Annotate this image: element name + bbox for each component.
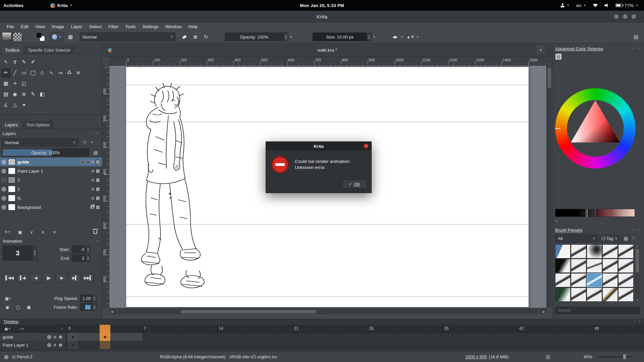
brush-preset-thumbnail[interactable] <box>618 259 634 273</box>
keyframe-cell[interactable] <box>67 341 78 349</box>
float-docker-icon[interactable]: ▫ <box>632 228 633 231</box>
activities-button[interactable]: Activities <box>0 0 27 11</box>
current-frame-spinner[interactable]: ▲▼ <box>32 246 37 260</box>
tag-button[interactable]: Tag ▼ <box>599 235 620 242</box>
skip-to-last-frame-button[interactable]: ▶▶▌ <box>82 273 94 283</box>
timeline-row-guide[interactable]: guide α <box>0 333 644 341</box>
preset-scrollbar[interactable]: ▲ ▼ <box>635 244 640 302</box>
chevron-down-icon[interactable]: ▼ <box>373 35 376 39</box>
mirror-horizontal-button[interactable]: ◀▶ <box>389 32 400 42</box>
menu-filter[interactable]: Filter <box>105 22 122 31</box>
brush-preset-thumbnail[interactable] <box>555 288 571 302</box>
tool-ellipse-icon[interactable]: ◯ <box>29 68 38 77</box>
brush-preset-thumbnail[interactable] <box>618 273 634 287</box>
toolbar-overflow-button[interactable]: ▤ <box>631 32 641 42</box>
menu-settings[interactable]: Settings <box>139 22 162 31</box>
layer-filter-button[interactable]: ▽ <box>80 138 89 146</box>
alpha-icon[interactable]: α <box>54 343 56 347</box>
keyframe-cell[interactable] <box>67 333 78 341</box>
timeline-layer-menu-button[interactable]: ▣▼ <box>2 325 13 332</box>
tool-multibrush-icon[interactable]: ⁂ <box>65 68 74 77</box>
layer-row-1[interactable]: 1 α <box>0 185 102 194</box>
history-icon[interactable]: ↻ <box>555 220 558 223</box>
layer-thumbnail[interactable] <box>8 177 15 183</box>
menu-window[interactable]: Window <box>162 22 185 31</box>
memory-usage-icon[interactable]: ▥ <box>546 354 550 359</box>
next-frame-button[interactable]: ▶ <box>56 273 68 283</box>
menu-select[interactable]: Select <box>86 22 105 31</box>
alpha-icon[interactable]: α <box>92 169 94 173</box>
layer-thumbnail[interactable] <box>8 159 15 165</box>
blending-mode-dropdown[interactable]: Normal ▼ <box>80 33 176 41</box>
close-docker-icon[interactable]: × <box>638 228 639 231</box>
dialog-titlebar[interactable]: Krita <box>266 142 371 150</box>
brush-preset-thumbnail[interactable] <box>602 259 618 273</box>
alpha-lock-icon[interactable] <box>59 335 62 339</box>
previous-keyframe-button[interactable]: ▌◀ <box>16 273 29 283</box>
chevron-down-icon[interactable]: ▼ <box>91 141 94 144</box>
frame-rate-spinbox[interactable]: 21 ▲▼ <box>80 303 97 311</box>
brush-preset-thumbnail[interactable] <box>587 244 602 258</box>
zoom-slider-handle[interactable] <box>623 354 626 359</box>
skip-to-first-frame-button[interactable]: ▌◀◀ <box>3 273 15 283</box>
menu-view[interactable]: View <box>32 22 48 31</box>
tool-text-icon[interactable]: T <box>10 58 19 67</box>
tab-specific-color-selector[interactable]: Specific Color Selector <box>24 46 74 54</box>
scroll-right-icon[interactable]: ▶ <box>543 310 545 313</box>
onion-icon[interactable] <box>86 160 90 164</box>
brush-preset-thumbnail[interactable] <box>555 244 571 258</box>
window-titlebar[interactable]: Krita <box>0 11 644 22</box>
brush-preset-thumbnail[interactable] <box>555 273 571 287</box>
play-speed-spinbox[interactable]: 1.00 ▲▼ <box>80 295 97 302</box>
tool-color-sampler-icon[interactable]: ◉ <box>10 90 19 99</box>
brush-editor-button[interactable]: ▼ <box>50 32 64 42</box>
layer-row-background[interactable]: Background <box>0 203 102 212</box>
scrollbar-thumb[interactable] <box>181 310 316 313</box>
brush-preset-thumbnail[interactable] <box>571 259 586 273</box>
timeline-ruler[interactable]: 0 7 14 21 28 35 42 49 <box>66 325 644 333</box>
mirror-vertical-button[interactable]: ▲▼ <box>405 32 416 42</box>
brush-preset-thumbnail[interactable] <box>602 273 618 287</box>
end-frame-spinbox[interactable]: 3 ▲▼ <box>72 254 91 262</box>
timeline-audio-menu-button[interactable]: ♪▼ <box>16 325 28 332</box>
eraser-mode-button[interactable] <box>180 32 189 42</box>
app-menu-button[interactable]: Krita ▼ <box>47 0 76 11</box>
ok-button[interactable]: ✔ OK <box>342 180 367 189</box>
window-minimize-button[interactable] <box>614 14 619 19</box>
choose-workspace-button[interactable]: ▦ <box>66 32 75 42</box>
tool-line-icon[interactable]: ╱ <box>10 68 19 77</box>
volume-menu[interactable] <box>601 0 612 11</box>
alpha-lock-icon[interactable] <box>96 196 100 200</box>
close-docker-icon[interactable]: × <box>639 320 641 323</box>
preset-display-icon[interactable]: ☰ <box>632 236 635 240</box>
alpha-lock-icon[interactable] <box>59 343 62 347</box>
close-docker-icon[interactable]: × <box>638 47 639 50</box>
gradient-swatch[interactable] <box>2 32 11 42</box>
menu-file[interactable]: File <box>3 22 17 31</box>
brush-preset-thumbnail[interactable] <box>555 259 571 273</box>
lock-icon[interactable] <box>91 206 94 208</box>
layer-thumbnail[interactable] <box>8 204 15 210</box>
timeline-row-frames[interactable] <box>66 333 644 341</box>
onion-skin-button[interactable]: ◉ <box>3 303 11 311</box>
zoom-value[interactable]: 80% <box>584 354 592 359</box>
layer-row-2[interactable]: 2 α <box>0 176 102 185</box>
layer-row-f1[interactable]: f1 α <box>0 194 102 203</box>
fg-bg-color-widget[interactable] <box>36 32 46 42</box>
visibility-eye-icon[interactable] <box>2 187 6 191</box>
scrollbar-thumb[interactable] <box>548 68 551 88</box>
float-docker-icon[interactable]: ▫ <box>634 320 635 323</box>
drop-frames-button[interactable]: ▣▼ <box>3 295 13 302</box>
reload-preset-button[interactable]: ↻ <box>201 32 211 42</box>
current-frame-spinbox[interactable]: 3 ▲▼ <box>3 246 38 260</box>
foreground-color-swatch[interactable] <box>36 33 42 38</box>
menu-image[interactable]: Image <box>48 22 68 31</box>
accessibility-menu[interactable]: ▼ <box>557 0 573 11</box>
shade-strip-color[interactable] <box>596 209 635 217</box>
end-frame-spinner[interactable]: ▲▼ <box>86 255 90 261</box>
tab-toolbox[interactable]: Toolbox <box>1 46 23 54</box>
add-layer-button[interactable]: +▼ <box>2 228 13 236</box>
battery-menu[interactable]: 77% ▼ <box>612 0 644 11</box>
tool-reference-images-icon[interactable]: ✦ <box>19 101 29 110</box>
tool-measure-icon[interactable]: △ <box>10 101 19 110</box>
